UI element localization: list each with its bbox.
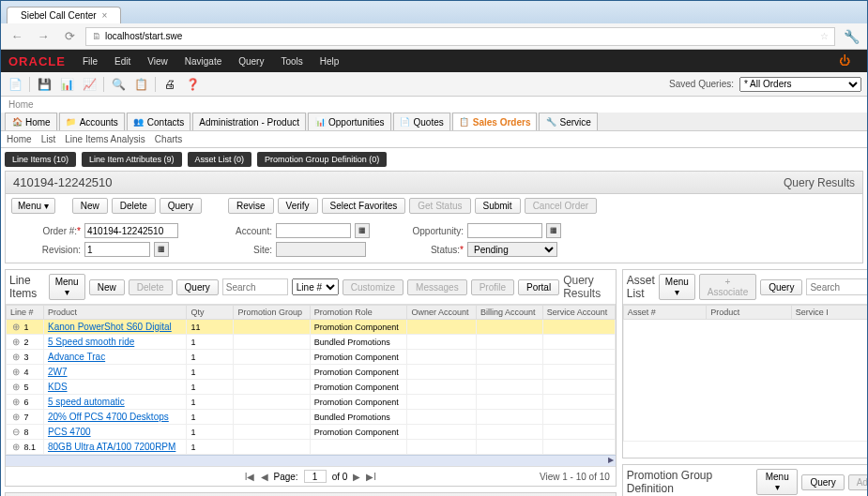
browser-tab[interactable]: Siebel Call Center ×: [7, 7, 121, 23]
menu-navigate[interactable]: Navigate: [185, 56, 221, 67]
col-service[interactable]: Service Account: [542, 306, 615, 320]
table-row[interactable]: ⊕ 3Advance Trac1Promotion Component: [7, 350, 616, 365]
revision-mvg-icon[interactable]: ▦: [154, 242, 169, 257]
col-qty[interactable]: Qty: [187, 306, 234, 320]
expand-icon[interactable]: ⊕: [10, 352, 22, 362]
menu-query[interactable]: Query: [238, 56, 264, 67]
tab-quotes[interactable]: 📄Quotes: [393, 113, 450, 130]
bookmark-icon[interactable]: ☆: [820, 31, 829, 41]
li-search-input[interactable]: [222, 278, 288, 295]
pgd-menu-button[interactable]: Menu ▾: [756, 469, 798, 495]
menu-help[interactable]: Help: [320, 56, 340, 67]
product-link[interactable]: Kanon PowerShot S60 Digital: [48, 322, 172, 332]
pager-prev-icon[interactable]: ◀: [261, 472, 268, 482]
vtab-pgd[interactable]: Promotion Group Definition (0): [257, 152, 387, 167]
tb-icon-1[interactable]: 📄: [7, 76, 23, 93]
col-owner[interactable]: Owner Account: [407, 306, 476, 320]
delete-button[interactable]: Delete: [112, 198, 156, 214]
sub-list[interactable]: List: [41, 134, 56, 144]
site-field[interactable]: [276, 242, 366, 257]
sub-home[interactable]: Home: [7, 134, 32, 144]
chrome-menu-icon[interactable]: 🔧: [841, 27, 861, 46]
asset-col-service[interactable]: Service I: [791, 306, 867, 320]
tab-admin-product[interactable]: Administration - Product: [192, 113, 306, 130]
expand-icon[interactable]: ⊕: [10, 367, 22, 377]
table-row[interactable]: ⊕ 8.180GB Ultra ATA/100 7200RPM1: [7, 440, 616, 455]
table-row[interactable]: ⊕ 65 speed automatic1Promotion Component: [7, 395, 616, 410]
tb-icon-3[interactable]: 📊: [58, 76, 75, 93]
pager-page-input[interactable]: [304, 470, 327, 483]
account-pick-icon[interactable]: ▦: [355, 223, 370, 238]
tab-accounts[interactable]: 📁Accounts: [59, 113, 125, 130]
table-row[interactable]: ⊖ 8PCS 47001Promotion Component: [7, 425, 616, 440]
expand-icon[interactable]: ⊕: [10, 337, 22, 347]
product-link[interactable]: Advance Trac: [48, 352, 105, 362]
order-field[interactable]: [84, 223, 178, 238]
asset-col-product[interactable]: Product: [707, 306, 792, 320]
asset-query-button[interactable]: Query: [760, 279, 802, 295]
product-link[interactable]: KDS: [48, 382, 68, 392]
product-link[interactable]: 80GB Ultra ATA/100 7200RPM: [48, 442, 175, 452]
col-line[interactable]: Line #: [7, 306, 44, 320]
asset-col-num[interactable]: Asset #: [623, 306, 706, 320]
menu-tools[interactable]: Tools: [281, 56, 302, 67]
asset-search-input[interactable]: [806, 278, 867, 295]
tab-service[interactable]: 🔧Service: [539, 113, 597, 130]
close-tab-icon[interactable]: ×: [102, 10, 108, 21]
back-button[interactable]: ←: [7, 27, 27, 46]
status-field[interactable]: Pending: [467, 242, 557, 257]
pager-next-icon[interactable]: ▶: [353, 472, 360, 482]
form-menu-button[interactable]: Menu ▾: [11, 198, 55, 214]
table-row[interactable]: ⊕ 42W71Promotion Component: [7, 365, 616, 380]
li-new-button[interactable]: New: [89, 279, 125, 295]
product-link[interactable]: 2W7: [48, 367, 68, 377]
expand-icon[interactable]: ⊕: [10, 397, 22, 407]
address-bar[interactable]: 🗎 localhost/start.swe ☆: [85, 27, 835, 46]
forward-button[interactable]: →: [33, 27, 53, 46]
pager-first-icon[interactable]: I◀: [245, 472, 255, 482]
account-field[interactable]: [276, 223, 351, 238]
query-button[interactable]: Query: [160, 198, 202, 214]
select-favorites-button[interactable]: Select Favorites: [322, 198, 406, 214]
menu-view[interactable]: View: [147, 56, 168, 67]
li-menu-button[interactable]: Menu ▾: [49, 274, 85, 300]
asset-menu-button[interactable]: Menu ▾: [659, 274, 695, 300]
saved-queries-select[interactable]: * All Orders: [739, 77, 861, 92]
col-pg[interactable]: Promotion Group: [234, 306, 310, 320]
tb-icon-2[interactable]: 💾: [36, 76, 53, 93]
expand-icon[interactable]: ⊕: [10, 442, 22, 452]
table-row[interactable]: ⊕ 25 Speed smooth ride1Bundled Promotion…: [7, 335, 616, 350]
tb-icon-4[interactable]: 📈: [81, 76, 98, 93]
li-query-button[interactable]: Query: [176, 279, 219, 295]
opportunity-field[interactable]: [467, 223, 542, 238]
product-link[interactable]: PCS 4700: [48, 427, 91, 437]
col-billing[interactable]: Billing Account: [476, 306, 542, 320]
tb-icon-7[interactable]: 🖨: [161, 76, 178, 93]
opportunity-pick-icon[interactable]: ▦: [546, 223, 561, 238]
menu-file[interactable]: File: [83, 56, 98, 67]
tab-home[interactable]: 🏠Home: [5, 113, 57, 130]
revision-field[interactable]: [84, 242, 150, 257]
product-link[interactable]: 5 speed automatic: [48, 397, 125, 407]
horizontal-scrollbar[interactable]: [6, 455, 616, 466]
breadcrumb[interactable]: Home: [1, 97, 867, 113]
reload-button[interactable]: ⟳: [59, 27, 80, 46]
vtab-asset-list[interactable]: Asset List (0): [188, 152, 252, 167]
table-row[interactable]: ⊕ 1Kanon PowerShot S60 Digital11Promotio…: [7, 320, 616, 335]
tab-sales-orders[interactable]: 📋Sales Orders: [452, 113, 538, 130]
vtab-line-items[interactable]: Line Items (10): [5, 152, 76, 167]
product-link[interactable]: 5 Speed smooth ride: [48, 337, 134, 347]
tab-opportunities[interactable]: 📊Opportunities: [308, 113, 390, 130]
li-search-field-select[interactable]: Line #: [292, 278, 339, 295]
expand-icon[interactable]: ⊕: [10, 382, 22, 392]
product-link[interactable]: 20% Off PCS 4700 Desktops: [48, 412, 169, 422]
tb-icon-8[interactable]: ❓: [184, 76, 201, 93]
table-row[interactable]: ⊕ 720% Off PCS 4700 Desktops1Bundled Pro…: [7, 410, 616, 425]
vtab-line-item-attrs[interactable]: Line Item Attributes (9): [82, 152, 182, 167]
expand-icon[interactable]: ⊕: [10, 322, 22, 332]
sub-lia[interactable]: Line Items Analysis: [65, 134, 145, 144]
pager-last-icon[interactable]: ▶I: [366, 472, 376, 482]
sub-charts[interactable]: Charts: [155, 134, 182, 144]
tb-icon-5[interactable]: 🔍: [110, 76, 127, 93]
power-icon[interactable]: ⏻: [839, 54, 850, 68]
